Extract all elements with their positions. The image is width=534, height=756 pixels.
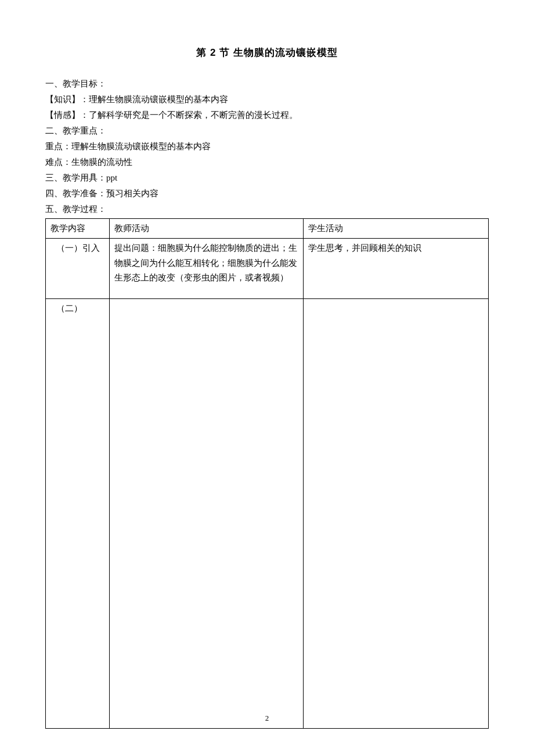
heading-process: 五、教学过程： bbox=[45, 201, 489, 217]
document-title: 第 2 节 生物膜的流动镶嵌模型 bbox=[45, 44, 489, 62]
table-header-row: 教学内容 教师活动 学生活动 bbox=[46, 218, 489, 239]
objective-emotion: 【情感】：了解科学研究是一个不断探索，不断完善的漫长过程。 bbox=[45, 107, 489, 123]
heading-tools: 三、教学用具：ppt bbox=[45, 170, 489, 186]
header-content: 教学内容 bbox=[46, 218, 110, 239]
cell-section-2-teacher bbox=[110, 299, 304, 729]
cell-section-1-label: （一）引入 bbox=[46, 239, 110, 299]
table-row: （一）引入 提出问题：细胞膜为什么能控制物质的进出；生物膜之间为什么能互相转化；… bbox=[46, 239, 489, 299]
table-row: （二） bbox=[46, 299, 489, 729]
keypoint-main: 重点：理解生物膜流动镶嵌模型的基本内容 bbox=[45, 139, 489, 154]
keypoint-difficulty: 难点：生物膜的流动性 bbox=[45, 154, 489, 170]
cell-section-1-student: 学生思考，并回顾相关的知识 bbox=[304, 239, 489, 299]
header-teacher: 教师活动 bbox=[110, 218, 304, 239]
cell-section-1-teacher: 提出问题：细胞膜为什么能控制物质的进出；生物膜之间为什么能互相转化；细胞膜为什么… bbox=[110, 239, 304, 299]
objective-knowledge: 【知识】：理解生物膜流动镶嵌模型的基本内容 bbox=[45, 92, 489, 107]
heading-preparation: 四、教学准备：预习相关内容 bbox=[45, 186, 489, 201]
heading-keypoints: 二、教学重点： bbox=[45, 123, 489, 139]
page-number: 2 bbox=[0, 711, 534, 725]
teaching-process-table: 教学内容 教师活动 学生活动 （一）引入 提出问题：细胞膜为什么能控制物质的进出… bbox=[45, 218, 489, 729]
cell-section-2-label: （二） bbox=[46, 299, 110, 729]
heading-objectives: 一、教学目标： bbox=[45, 76, 489, 92]
header-student: 学生活动 bbox=[304, 218, 489, 239]
cell-section-2-student bbox=[304, 299, 489, 729]
